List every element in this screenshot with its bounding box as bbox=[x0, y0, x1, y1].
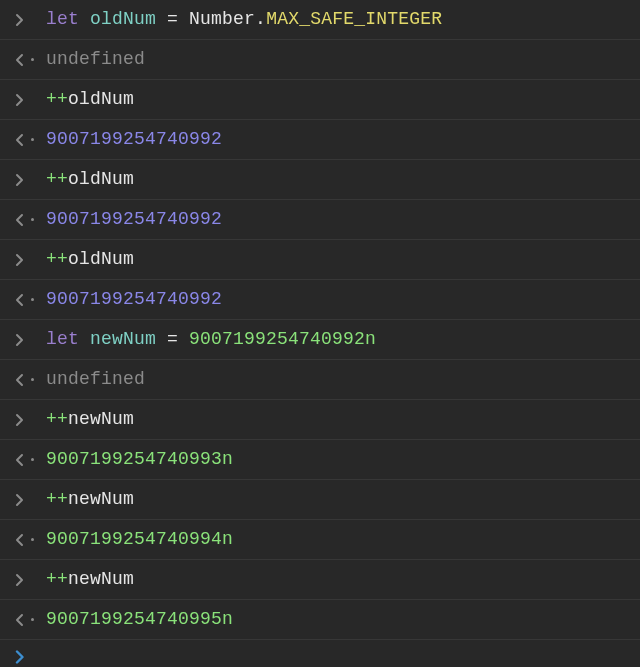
console-input-text: ++oldNum bbox=[46, 87, 630, 112]
token: 9007199254740992 bbox=[46, 129, 222, 149]
console-output-row: 9007199254740995n bbox=[0, 600, 640, 640]
token bbox=[156, 329, 167, 349]
token: ++ bbox=[46, 169, 68, 189]
token: ++ bbox=[46, 89, 68, 109]
console-input-text: ++newNum bbox=[46, 567, 630, 592]
input-chevron-icon bbox=[14, 333, 34, 347]
input-chevron-icon bbox=[14, 253, 34, 267]
token: ++ bbox=[46, 409, 68, 429]
console-output-row: 9007199254740992 bbox=[0, 120, 640, 160]
input-chevron-icon bbox=[14, 173, 34, 187]
output-dot-icon bbox=[31, 58, 34, 61]
token: oldNum bbox=[68, 89, 134, 109]
console-input-row: ++oldNum bbox=[0, 80, 640, 120]
token: 9007199254740994n bbox=[46, 529, 233, 549]
output-dot-icon bbox=[31, 618, 34, 621]
token: 9007199254740995n bbox=[46, 609, 233, 629]
token: newNum bbox=[68, 489, 134, 509]
output-dot-icon bbox=[31, 538, 34, 541]
token: newNum bbox=[90, 329, 156, 349]
token: oldNum bbox=[90, 9, 156, 29]
console-output-text: 9007199254740992 bbox=[46, 207, 630, 232]
console-input-text: let oldNum = Number.MAX_SAFE_INTEGER bbox=[46, 7, 630, 32]
token: let bbox=[46, 329, 79, 349]
token: oldNum bbox=[68, 169, 134, 189]
console-output-row: 9007199254740994n bbox=[0, 520, 640, 560]
token: ++ bbox=[46, 249, 68, 269]
output-chevron-icon bbox=[14, 453, 34, 467]
output-chevron-icon bbox=[14, 213, 34, 227]
input-chevron-icon bbox=[14, 573, 34, 587]
token: ++ bbox=[46, 569, 68, 589]
console-output-row: 9007199254740992 bbox=[0, 280, 640, 320]
token: let bbox=[46, 9, 79, 29]
token: = bbox=[167, 329, 178, 349]
token: newNum bbox=[68, 569, 134, 589]
console-input-row: ++newNum bbox=[0, 480, 640, 520]
output-chevron-icon bbox=[14, 373, 34, 387]
console-input-text: ++oldNum bbox=[46, 167, 630, 192]
console-output-text: 9007199254740995n bbox=[46, 607, 630, 632]
console-input-row: ++newNum bbox=[0, 400, 640, 440]
input-chevron-icon bbox=[14, 93, 34, 107]
console-output-text: 9007199254740994n bbox=[46, 527, 630, 552]
token: oldNum bbox=[68, 249, 134, 269]
console-input-row: ++newNum bbox=[0, 560, 640, 600]
console-output-row: 9007199254740993n bbox=[0, 440, 640, 480]
token: MAX_SAFE_INTEGER bbox=[266, 9, 442, 29]
console-output-row: 9007199254740992 bbox=[0, 200, 640, 240]
console-input-row: ++oldNum bbox=[0, 160, 640, 200]
token bbox=[79, 9, 90, 29]
input-chevron-icon bbox=[14, 413, 34, 427]
input-chevron-icon bbox=[14, 493, 34, 507]
output-chevron-icon bbox=[14, 533, 34, 547]
token: = bbox=[167, 9, 178, 29]
console: let oldNum = Number.MAX_SAFE_INTEGERunde… bbox=[0, 0, 640, 667]
token: newNum bbox=[68, 409, 134, 429]
console-output-text: 9007199254740993n bbox=[46, 447, 630, 472]
console-input-row: let oldNum = Number.MAX_SAFE_INTEGER bbox=[0, 0, 640, 40]
output-dot-icon bbox=[31, 378, 34, 381]
console-input-text: ++oldNum bbox=[46, 247, 630, 272]
output-dot-icon bbox=[31, 458, 34, 461]
console-active-prompt[interactable] bbox=[0, 640, 640, 667]
console-input-text: ++newNum bbox=[46, 487, 630, 512]
token: 9007199254740992n bbox=[189, 329, 376, 349]
console-input-text: ++newNum bbox=[46, 407, 630, 432]
output-chevron-icon bbox=[14, 133, 34, 147]
cursor-chevron-icon bbox=[14, 650, 34, 664]
token bbox=[178, 9, 189, 29]
console-output-text: undefined bbox=[46, 47, 630, 72]
console-output-text: undefined bbox=[46, 367, 630, 392]
console-input-row: let newNum = 9007199254740992n bbox=[0, 320, 640, 360]
token bbox=[79, 329, 90, 349]
console-input-row: ++oldNum bbox=[0, 240, 640, 280]
token: undefined bbox=[46, 369, 145, 389]
output-dot-icon bbox=[31, 218, 34, 221]
console-output-text: 9007199254740992 bbox=[46, 287, 630, 312]
token bbox=[178, 329, 189, 349]
token: 9007199254740993n bbox=[46, 449, 233, 469]
output-chevron-icon bbox=[14, 293, 34, 307]
console-input-text: let newNum = 9007199254740992n bbox=[46, 327, 630, 352]
output-chevron-icon bbox=[14, 613, 34, 627]
token: 9007199254740992 bbox=[46, 209, 222, 229]
console-output-text: 9007199254740992 bbox=[46, 127, 630, 152]
input-chevron-icon bbox=[14, 13, 34, 27]
output-chevron-icon bbox=[14, 53, 34, 67]
token: ++ bbox=[46, 489, 68, 509]
console-output-row: undefined bbox=[0, 40, 640, 80]
token bbox=[156, 9, 167, 29]
output-dot-icon bbox=[31, 138, 34, 141]
token: 9007199254740992 bbox=[46, 289, 222, 309]
token: . bbox=[255, 9, 266, 29]
output-dot-icon bbox=[31, 298, 34, 301]
token: Number bbox=[189, 9, 255, 29]
console-output-row: undefined bbox=[0, 360, 640, 400]
token: undefined bbox=[46, 49, 145, 69]
